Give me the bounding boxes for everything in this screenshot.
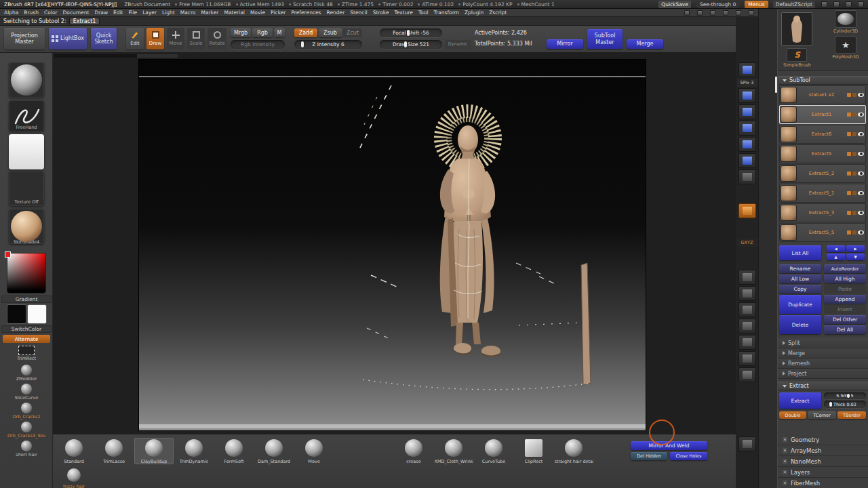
palette-section-header[interactable]: Geometry <box>778 434 868 445</box>
slider-knob[interactable] <box>847 394 850 398</box>
left-shelf-brush-item[interactable]: ZModeler <box>0 365 53 384</box>
draw-size-slider[interactable]: Draw Size 521 <box>380 40 442 49</box>
frame-icon[interactable] <box>738 319 756 333</box>
autoreorder-button[interactable]: AutoReorder <box>824 264 866 273</box>
merge-button[interactable]: Merge <box>627 39 663 49</box>
switchcolor-button[interactable]: SwitchColor <box>1 325 52 333</box>
tray-brush-frizzy-hair[interactable]: frizzy hair <box>54 467 94 488</box>
color-picker[interactable] <box>7 253 45 293</box>
gradient-button[interactable]: Gradient <box>1 296 52 303</box>
subtool-item[interactable]: Extract5_2 <box>779 164 866 183</box>
move-button[interactable]: Move <box>167 28 184 49</box>
gear-icon[interactable] <box>858 1 864 7</box>
subtool-item[interactable]: Extract5_3 <box>779 203 866 222</box>
menu-item[interactable]: Picker <box>271 9 285 16</box>
subtool-item[interactable]: Extract6 <box>779 125 866 144</box>
lightbox-button[interactable]: LightBox <box>49 28 87 49</box>
smooth-slider[interactable]: S Smt 5 <box>824 392 866 399</box>
menu-item[interactable]: Preferences <box>291 9 321 16</box>
polypaint-icon[interactable] <box>847 152 851 156</box>
visibility-eye-icon[interactable] <box>858 230 864 235</box>
recent-tool[interactable]: Cylinder3D <box>825 10 866 34</box>
move-up-button[interactable]: ▲ <box>827 253 845 260</box>
insert-button[interactable]: Insert <box>824 305 866 314</box>
tray-brush[interactable]: Dam_Standard <box>254 438 294 464</box>
solo-icon[interactable] <box>738 302 756 317</box>
uv-icon[interactable] <box>852 132 856 136</box>
uv-icon[interactable] <box>852 93 856 97</box>
slider-knob[interactable] <box>404 41 407 47</box>
del-all-button[interactable]: Del All <box>824 325 866 334</box>
uv-icon[interactable] <box>852 171 856 176</box>
left-shelf-brush-item[interactable]: Orb_Cracks3_Sliv <box>0 422 53 441</box>
dynamic-toggle[interactable]: Dynamic <box>445 40 471 49</box>
polypaint-icon[interactable] <box>847 211 851 215</box>
menu-item[interactable]: Draw <box>94 9 108 16</box>
edit-button[interactable]: Edit <box>126 28 144 49</box>
prev-subtool-button[interactable]: ◀ <box>827 245 845 252</box>
rename-button[interactable]: Rename <box>779 264 821 273</box>
polypaint-icon[interactable] <box>847 171 851 176</box>
menu-item[interactable]: Zscript <box>489 9 507 16</box>
subtool-item[interactable]: Extract1 <box>779 105 866 124</box>
menu-item[interactable]: Movie <box>250 9 265 16</box>
subsection-header[interactable]: Merge <box>778 348 868 359</box>
polypaint-icon[interactable] <box>847 191 851 195</box>
scroll-bottom-icon[interactable] <box>738 436 756 451</box>
pen-icon[interactable] <box>684 10 690 16</box>
tborder-toggle[interactable]: TBorder <box>837 411 866 419</box>
uv-icon[interactable] <box>852 230 856 235</box>
tray-brush[interactable]: FormSoft <box>214 438 254 464</box>
uv-icon[interactable] <box>852 211 856 215</box>
subtool-section-header[interactable]: SubTool <box>778 76 868 85</box>
zcut-button[interactable]: Zcut <box>343 28 362 37</box>
del-other-button[interactable]: Del Other <box>824 315 866 324</box>
visibility-eye-icon[interactable] <box>858 191 864 195</box>
visibility-eye-icon[interactable] <box>858 211 864 215</box>
menu-item[interactable]: Alpha <box>4 9 18 16</box>
subtool-item[interactable]: statue1 x2 <box>779 85 866 104</box>
scale-button[interactable]: Scale <box>187 28 205 49</box>
subtool-item[interactable]: Extract5_5 <box>779 223 866 242</box>
mirror-and-weld-button[interactable]: Mirror And Weld <box>631 441 707 450</box>
thickness-slider[interactable]: Thick 0.02 <box>824 401 866 408</box>
delete-button[interactable]: Delete <box>779 315 821 334</box>
grid-icon[interactable] <box>710 10 715 16</box>
bpr-render-icon[interactable] <box>738 62 756 77</box>
mirror-button[interactable]: Mirror <box>547 39 583 49</box>
polyframe-icon[interactable] <box>738 335 756 350</box>
printer-icon[interactable] <box>846 1 852 7</box>
recent-tool-simplebrush[interactable]: SimpleBrush <box>783 48 811 68</box>
zadd-button[interactable]: Zadd <box>294 28 317 37</box>
left-shelf-brush-item[interactable]: SliceCurve <box>0 384 53 403</box>
m-button[interactable]: M <box>274 28 285 37</box>
menu-item[interactable]: Material <box>224 9 244 16</box>
config-icon[interactable] <box>749 10 754 16</box>
menu-item[interactable]: Document <box>63 9 90 16</box>
rgb-intensity-slider[interactable]: Rgb Intensity <box>231 40 285 49</box>
scroll-icon[interactable] <box>738 88 756 103</box>
menu-item[interactable]: Zplugin <box>465 9 484 16</box>
current-texture-thumbnail[interactable]: Texture Off <box>9 171 44 206</box>
gxyz-toggle[interactable]: GXYZ <box>737 239 757 247</box>
subtool-item[interactable]: Extract5 <box>779 144 866 163</box>
uv-icon[interactable] <box>852 113 856 117</box>
move-down-button[interactable]: ▼ <box>846 253 865 260</box>
tray-brush[interactable]: XMD_Cloth_Wrinkl <box>434 438 473 464</box>
visibility-eye-icon[interactable] <box>858 171 864 176</box>
subsection-header[interactable]: Project <box>778 369 868 379</box>
ghost-icon[interactable] <box>738 286 756 301</box>
local-sym-icon[interactable] <box>738 203 756 218</box>
main-color-swatch[interactable] <box>7 305 26 323</box>
rotate-button[interactable]: Rotate <box>208 28 226 49</box>
menu-item[interactable]: Brush <box>24 9 39 16</box>
subtool-item[interactable]: Extract5_1 <box>779 184 866 203</box>
all-high-button[interactable]: All High <box>824 274 866 283</box>
slider-knob[interactable] <box>407 30 410 36</box>
subtool-master-button[interactable]: SubTool Master <box>587 29 623 49</box>
all-low-button[interactable]: All Low <box>779 274 821 283</box>
menu-item[interactable]: Color <box>44 9 58 16</box>
mrgb-button[interactable]: Mrgb <box>231 28 251 37</box>
recent-tool[interactable]: PolyMesh3D <box>825 36 866 60</box>
menu-item[interactable]: Marker <box>201 9 218 16</box>
